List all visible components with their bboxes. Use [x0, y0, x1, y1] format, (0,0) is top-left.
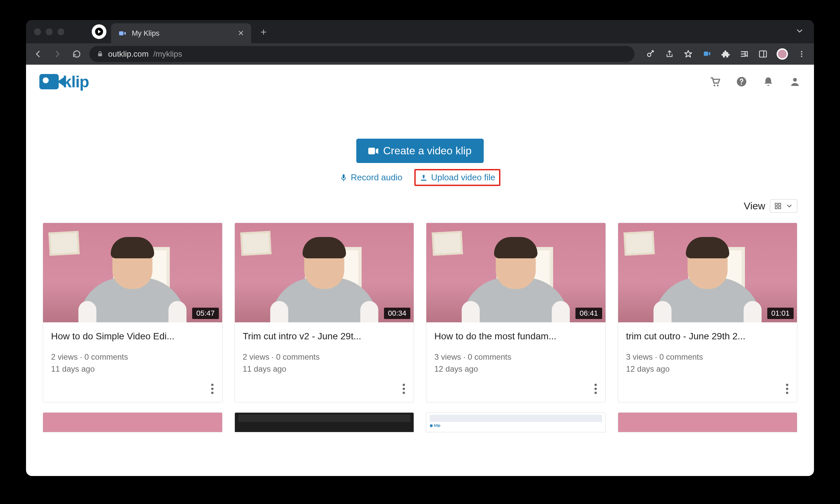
view-label: View	[744, 200, 765, 212]
view-mode-select[interactable]	[770, 199, 797, 213]
video-thumbnail[interactable]: 00:34	[235, 223, 414, 322]
svg-point-14	[793, 78, 797, 82]
video-thumbnail[interactable]: 05:47	[43, 223, 222, 322]
svg-rect-22	[778, 207, 781, 209]
logo-text: klip	[63, 73, 89, 91]
camera-icon	[119, 29, 126, 37]
record-audio-label: Record audio	[351, 172, 403, 183]
video-camera-icon	[368, 147, 378, 155]
help-icon[interactable]	[736, 76, 747, 87]
video-meta-age: 12 days ago	[626, 363, 789, 375]
card-menu-button[interactable]	[784, 382, 790, 396]
extension-camera-icon[interactable]	[702, 49, 712, 59]
svg-point-7	[801, 51, 802, 52]
svg-rect-2	[98, 53, 102, 56]
app-logo[interactable]: klip	[39, 73, 89, 91]
card-menu-button[interactable]	[209, 382, 215, 396]
forward-button[interactable]	[51, 47, 64, 61]
app-header: klip	[26, 65, 814, 99]
video-meta-views: 3 views · 0 comments	[626, 351, 789, 363]
reading-list-icon[interactable]	[739, 49, 749, 59]
video-grid-row-2: ◉ klip	[26, 402, 814, 432]
upload-icon	[420, 174, 428, 182]
reload-button[interactable]	[70, 47, 83, 61]
tab-close-button[interactable]: ✕	[238, 29, 244, 38]
bookmark-star-icon[interactable]	[683, 49, 693, 59]
pinned-tab[interactable]	[92, 24, 106, 39]
new-tab-button[interactable]: ＋	[259, 25, 268, 39]
video-card[interactable]: 06:41 How to do the most fundam... 3 vie…	[426, 223, 606, 402]
video-title: How to do Simple Video Edi...	[51, 331, 214, 342]
svg-point-3	[648, 53, 651, 57]
video-meta-age: 12 days ago	[434, 363, 597, 375]
video-thumbnail-partial[interactable]: ◉ klip	[426, 412, 606, 432]
svg-point-9	[801, 56, 802, 57]
svg-point-11	[717, 85, 719, 86]
toolbar: outklip.com/myklips	[26, 43, 814, 65]
window-minimize-button[interactable]	[46, 28, 53, 35]
view-toggle-row: View	[26, 186, 814, 218]
svg-rect-19	[775, 203, 777, 205]
back-button[interactable]	[31, 47, 45, 61]
video-grid: 05:47 How to do Simple Video Edi... 2 vi…	[26, 218, 814, 402]
browser-menu-icon[interactable]	[797, 49, 807, 59]
window-zoom-button[interactable]	[57, 28, 64, 35]
password-key-icon[interactable]	[646, 49, 656, 59]
record-audio-link[interactable]: Record audio	[339, 172, 403, 183]
svg-rect-4	[704, 52, 708, 56]
card-menu-button[interactable]	[401, 382, 407, 396]
video-thumbnail-partial[interactable]	[43, 412, 223, 432]
duration-badge: 05:47	[192, 308, 218, 319]
grid-icon	[774, 202, 782, 210]
video-card[interactable]: 05:47 How to do Simple Video Edi... 2 vi…	[43, 223, 223, 402]
upload-video-link[interactable]: Upload video file	[414, 169, 501, 186]
profile-avatar[interactable]	[776, 48, 788, 60]
window-controls	[32, 28, 74, 35]
tab-strip: My Klips ✕ ＋	[26, 20, 814, 43]
svg-rect-21	[775, 207, 777, 209]
tab-overflow-button[interactable]	[795, 27, 808, 37]
hero-actions: Create a video klip Record audio Upload …	[26, 139, 814, 186]
video-title: Trim cut intro v2 - June 29t...	[243, 331, 406, 342]
video-meta-age: 11 days ago	[243, 363, 406, 375]
svg-point-10	[714, 85, 715, 86]
browser-window: My Klips ✕ ＋ outklip.com/myklips	[26, 20, 814, 476]
pinned-tab-icon	[95, 27, 103, 36]
lock-icon	[97, 51, 103, 57]
address-bar[interactable]: outklip.com/myklips	[89, 46, 634, 62]
video-meta-views: 2 views · 0 comments	[51, 351, 214, 363]
video-thumbnail[interactable]: 06:41	[426, 223, 606, 322]
video-meta-views: 3 views · 0 comments	[434, 351, 597, 363]
window-close-button[interactable]	[34, 28, 41, 35]
video-title: trim cut outro - June 29th 2...	[626, 331, 789, 342]
chevron-down-icon	[795, 27, 804, 35]
cart-icon[interactable]	[709, 76, 721, 87]
video-thumbnail-partial[interactable]	[234, 412, 414, 432]
svg-point-13	[740, 83, 742, 85]
microphone-icon	[339, 174, 348, 182]
card-menu-button[interactable]	[593, 382, 599, 396]
svg-rect-17	[421, 180, 426, 181]
create-button-label: Create a video klip	[383, 145, 471, 157]
tab-title: My Klips	[132, 29, 159, 38]
header-actions	[709, 76, 801, 87]
svg-rect-16	[343, 174, 345, 178]
video-title: How to do the most fundam...	[434, 331, 597, 342]
video-card[interactable]: 01:01 trim cut outro - June 29th 2... 3 …	[618, 223, 798, 402]
share-icon[interactable]	[665, 49, 675, 59]
extensions-icon[interactable]	[721, 49, 731, 59]
side-panel-icon[interactable]	[758, 49, 768, 59]
page-content: klip Create a video klip Record audio	[26, 65, 814, 476]
bell-icon[interactable]	[763, 76, 774, 87]
active-tab[interactable]: My Klips ✕	[111, 23, 251, 43]
video-thumbnail[interactable]: 01:01	[618, 223, 797, 322]
duration-badge: 06:41	[575, 308, 602, 319]
duration-badge: 00:34	[384, 308, 410, 319]
url-path: /myklips	[153, 49, 182, 59]
user-icon[interactable]	[789, 76, 801, 87]
duration-badge: 01:01	[767, 308, 794, 319]
create-video-klip-button[interactable]: Create a video klip	[356, 139, 484, 163]
svg-rect-1	[119, 31, 123, 35]
video-card[interactable]: 00:34 Trim cut intro v2 - June 29t... 2 …	[234, 223, 414, 402]
video-thumbnail-partial[interactable]	[618, 412, 798, 432]
